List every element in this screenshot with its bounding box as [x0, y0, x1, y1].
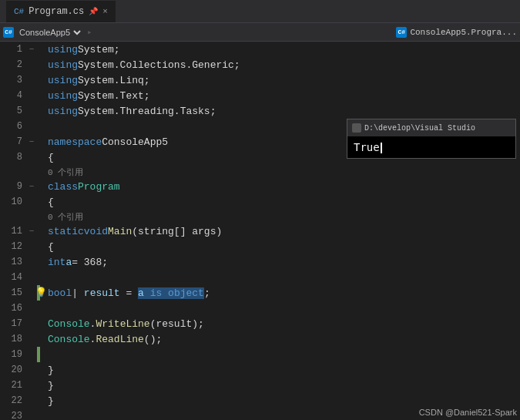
- line-number: 13: [0, 257, 26, 267]
- line-number: 20: [0, 365, 26, 375]
- popup-titlebar: D:\develop\Visual Studio: [347, 119, 515, 136]
- output-popup: D:\develop\Visual Studio True: [347, 119, 516, 159]
- line-indicator: [37, 210, 45, 223]
- table-row: 17 Console.WriteLine(result);: [0, 316, 520, 331]
- line-number: 10: [0, 197, 26, 207]
- line-number: 16: [0, 303, 26, 314]
- breadcrumb-right: C# ConsoleApp5.Progra...: [396, 27, 517, 38]
- table-row: 3 using System.Linq;: [0, 72, 520, 88]
- line-indicator: [37, 239, 45, 254]
- line-number: 2: [0, 59, 26, 70]
- line-indicator: [37, 194, 45, 210]
- cs-icon: C#: [14, 7, 24, 16]
- table-row: 1−using System;: [0, 42, 520, 57]
- popup-title: D:\develop\Visual Studio: [364, 124, 475, 133]
- code-line: {: [45, 241, 520, 253]
- line-number: 5: [0, 106, 26, 116]
- code-line: using System;: [45, 44, 520, 55]
- line-number: 1: [0, 44, 26, 55]
- table-row: 23: [0, 408, 520, 420]
- popup-content: True: [347, 136, 515, 158]
- line-indicator: [37, 316, 45, 331]
- breadcrumb-sep: ▸: [87, 27, 92, 37]
- table-row: 19: [0, 347, 520, 362]
- line-indicator: [37, 165, 45, 179]
- line-number: 22: [0, 395, 26, 406]
- breadcrumb-bar: C# ConsoleApp5 ▸ C# ConsoleApp5.Progra..…: [0, 23, 520, 42]
- popup-icon: [352, 123, 361, 133]
- table-row: 18 Console.ReadLine();: [0, 331, 520, 347]
- title-bar: C# Program.cs 📌 ×: [0, 0, 520, 23]
- code-line: }: [45, 365, 520, 376]
- table-row: 14: [0, 270, 520, 285]
- line-number: 6: [0, 121, 26, 132]
- line-number: 19: [0, 349, 26, 360]
- table-row: 15💡 bool| result = a is object;: [0, 285, 520, 301]
- breadcrumb-left: C# ConsoleApp5 ▸: [3, 27, 94, 38]
- popup-value: True: [354, 141, 380, 153]
- line-indicator: [37, 150, 45, 165]
- project-icon: C#: [3, 27, 14, 38]
- fold-button[interactable]: −: [26, 137, 37, 146]
- line-indicator: [37, 393, 45, 408]
- line-number: 9: [0, 181, 26, 192]
- file-tab[interactable]: C# Program.cs 📌 ×: [6, 1, 116, 22]
- table-row: 12 {: [0, 239, 520, 254]
- table-row: 11− static void Main(string[] args): [0, 223, 520, 239]
- table-row: 2 using System.Collections.Generic;: [0, 57, 520, 72]
- cursor: [381, 143, 382, 153]
- line-indicator: [37, 254, 45, 270]
- code-editor[interactable]: 1−using System;2 using System.Collection…: [0, 42, 520, 420]
- code-line: Console.ReadLine();: [45, 334, 520, 345]
- line-indicator: [37, 223, 45, 239]
- line-number: 23: [0, 411, 26, 420]
- table-row: 21 }: [0, 378, 520, 393]
- table-row: 16: [0, 301, 520, 316]
- line-number: 4: [0, 90, 26, 101]
- project-select[interactable]: ConsoleApp5: [16, 27, 83, 38]
- line-indicator: [37, 57, 45, 72]
- fold-button[interactable]: −: [26, 182, 37, 191]
- table-row: 4 using System.Text;: [0, 88, 520, 103]
- code-line: using System.Linq;: [45, 75, 520, 86]
- line-indicator: [37, 134, 45, 150]
- line-number: 14: [0, 272, 26, 283]
- right-icon: C#: [396, 27, 407, 38]
- table-row: 20 }: [0, 362, 520, 378]
- code-line: Console.WriteLine(result);: [45, 318, 520, 330]
- line-indicator: [37, 88, 45, 103]
- line-number: 17: [0, 318, 26, 329]
- line-indicator: [37, 347, 45, 362]
- editor-area: 1−using System;2 using System.Collection…: [0, 42, 520, 420]
- fold-button[interactable]: −: [26, 45, 37, 54]
- fold-button[interactable]: −: [26, 227, 37, 236]
- table-row: 10 {: [0, 194, 520, 210]
- code-line: using System.Collections.Generic;: [45, 59, 520, 71]
- line-indicator: [37, 408, 45, 420]
- code-line: using System.Text;: [45, 90, 520, 102]
- code-line: }: [45, 395, 520, 407]
- pin-icon[interactable]: 📌: [89, 7, 98, 16]
- line-indicator: [37, 119, 45, 134]
- line-indicator: [37, 331, 45, 347]
- tab-label: Program.cs: [29, 6, 84, 17]
- line-number: 3: [0, 75, 26, 86]
- code-line: 0 个引用: [45, 166, 520, 178]
- code-line: 0 个引用: [45, 211, 520, 223]
- code-line: using System.Threading.Tasks;: [45, 106, 520, 117]
- line-indicator: [37, 179, 45, 194]
- line-number: 18: [0, 334, 26, 344]
- table-row: 22 }: [0, 393, 520, 408]
- code-line: {: [45, 197, 520, 208]
- line-indicator: [37, 362, 45, 378]
- line-indicator: [37, 72, 45, 88]
- line-number: 11: [0, 226, 26, 237]
- line-number: 15: [0, 287, 26, 298]
- line-indicator: [37, 103, 45, 119]
- editor-inner: 1−using System;2 using System.Collection…: [0, 42, 520, 420]
- line-indicator: [37, 301, 45, 316]
- line-number: 7: [0, 136, 26, 147]
- line-number: 12: [0, 241, 26, 252]
- close-icon[interactable]: ×: [102, 7, 108, 16]
- table-row: 9− class Program: [0, 179, 520, 194]
